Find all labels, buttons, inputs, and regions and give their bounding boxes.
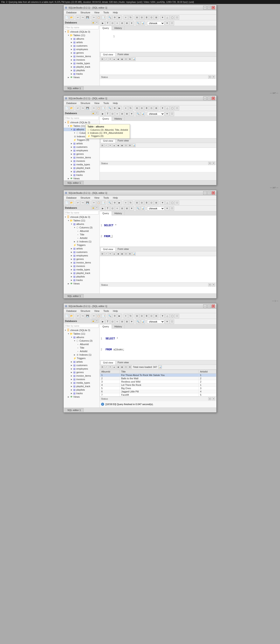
tree-customers-4[interactable]: ▶ ▤ customers [64,364,99,367]
db-panel-btn-lock-2[interactable]: 🔒 [92,112,95,115]
tree-albums-4[interactable]: ▼ ▤ albums [64,336,99,339]
tree-db-2[interactable]: ▼ 🗄 chinook (SQLite 3) [64,121,99,124]
tb-btn-7[interactable]: 🔍 [108,15,112,20]
minimize-btn-2[interactable]: ─ [203,96,207,100]
tree-col-title-3[interactable]: ▪ Title [64,233,99,236]
minimize-btn-1[interactable]: ─ [203,6,207,10]
window-controls-2[interactable]: ─ □ ✕ [203,96,215,100]
tree-playlist-track-3[interactable]: ▶ ▤ playlist_track [64,271,99,275]
menu-structure-3[interactable]: Structure [79,196,92,200]
table-row[interactable]: 7Facelift5 [100,393,216,396]
result-tab-grid-1[interactable]: Grid view [101,52,115,56]
menu-tools-3[interactable]: Tools [101,196,111,200]
db-selector-2[interactable]: chinook [147,112,165,116]
tb-btn-8[interactable]: ⚙ [112,15,117,20]
tab-history-1[interactable]: History [112,26,125,30]
et-clear-1[interactable]: ⊡ [110,21,115,26]
db-selector-3[interactable]: chinook [147,206,165,210]
sql-editor-3[interactable]: 1SELECT * 2FROM_ [100,216,216,247]
tree-item-views-1[interactable]: ▶ 👁 Views [64,76,99,79]
maximize-btn-3[interactable]: □ [207,191,211,195]
table-row[interactable]: 1For Those About To Rock We Salute You1 [100,373,216,377]
db-panel-btn-close[interactable]: ✕ [95,21,98,24]
tree-invoices-2[interactable]: ▶ ▤ invoices [64,159,99,163]
tree-item-playlist-track-1[interactable]: ▶ ▤ playlist_track [64,65,99,68]
tb-btn-16[interactable]: ⊠ [154,15,158,20]
tb-btn-3[interactable]: 💾 [85,15,90,20]
result-tab-grid-4[interactable]: Grid view [101,361,115,364]
tree-playlist-track-4[interactable]: ▶ ▤ playlist_track [64,384,99,388]
tb-btn-13[interactable]: ⊟ [140,15,144,20]
tree-tracks-3[interactable]: ▶ ▤ tracks [64,278,99,282]
close-btn-4[interactable]: ✕ [212,304,215,308]
table-row[interactable]: 6Jagged Little Pill4 [100,390,216,393]
tree-invoice-items-2[interactable]: ▶ ▤ invoice_items [64,156,99,159]
tree-col-artistid-3[interactable]: ▪ ArtistId [64,236,99,240]
result-tab-grid-3[interactable]: Grid view [101,247,115,251]
result-tab-form-2[interactable]: Form view [115,139,131,143]
tab-history-2[interactable]: History [112,117,125,121]
table-row[interactable]: 5Big Ones3 [100,386,216,390]
tb-btn-12[interactable]: ⊞ [135,15,139,20]
table-row[interactable]: 2Balls to the Wall2 [100,377,216,380]
result-tab-form-3[interactable]: Form view [115,247,131,251]
maximize-btn-2[interactable]: □ [207,96,211,100]
status-btn1-1[interactable]: ⊡ [208,76,211,78]
col-header-albumid[interactable]: AlbumId [100,370,120,373]
close-btn-1[interactable]: ✕ [212,6,215,10]
tree-media-types-4[interactable]: ▶ ▤ media_types [64,381,99,384]
tb-open-2[interactable]: 📂 [69,106,74,110]
menu-database-1[interactable]: Database [64,11,78,14]
table-row[interactable]: 4Let There Be Rock1 [100,383,216,386]
tree-cols-folder-4[interactable]: ▼ ⬡ Columns (3) [64,339,99,342]
tab-query-2[interactable]: Query [100,117,112,121]
et-btn5[interactable]: 🔍 [136,21,140,26]
bottom-tab-sql-3[interactable]: SQL editor 1 [64,294,84,298]
tree-item-customers-1[interactable]: ▶ ▤ customers [64,44,99,48]
tree-genres-4[interactable]: ▶ ▤ genres [64,370,99,374]
table-row[interactable]: 3Restless and Wild2 [100,380,216,383]
tab-history-3[interactable]: History [112,211,125,215]
tree-customers-2[interactable]: ▶ ▤ customers [64,145,99,149]
close-btn-2[interactable]: ✕ [212,96,215,100]
rt-btn6-1[interactable]: ◉ [120,57,124,61]
tb-btn-19[interactable]: ◯ [170,15,174,20]
rt-btn9-1[interactable]: 📊 [132,57,136,61]
db-selector-1[interactable]: chinook [147,21,165,25]
maximize-btn-1[interactable]: □ [207,6,211,10]
menu-view-2[interactable]: View [92,102,101,105]
tree-invoice-items-3[interactable]: ▶ ▤ invoice_items [64,261,99,264]
col-header-title[interactable]: Title [120,370,199,373]
window-controls-1[interactable]: ─ □ ✕ [203,6,215,10]
tb-btn-1[interactable]: ↩ [76,15,80,20]
menu-tools-2[interactable]: Tools [101,102,111,105]
tb-btn-17[interactable]: ▼ [160,15,165,20]
tree-artists-4[interactable]: ▶ ▤ artists [64,360,99,364]
menu-structure-4[interactable]: Structure [79,309,92,313]
tree-media-types-3[interactable]: ▶ ▤ media_types [64,268,99,271]
db-filter-2[interactable]: Filter by name [64,116,99,120]
tree-tracks-2[interactable]: ▶ ▤ tracks [64,173,99,177]
tree-col-albumid-3[interactable]: ▪ AlbumId [64,229,99,233]
tree-customers-3[interactable]: ▶ ▤ customers [64,250,99,254]
menu-structure-2[interactable]: Structure [79,102,92,105]
tb-btn-10[interactable]: ≡ [124,15,128,20]
tree-invoice-items-4[interactable]: ▶ ▤ invoice_items [64,374,99,378]
sql-editor-1[interactable]: 1 [100,30,216,52]
maximize-btn-4[interactable]: □ [207,304,211,308]
bottom-tab-sql-1[interactable]: SQL editor 1 [64,86,84,90]
tb-btn-4[interactable]: ✂ [92,15,96,20]
et-btn7[interactable]: ▼ [165,21,169,26]
minimize-btn-3[interactable]: ─ [203,191,207,195]
db-filter-3[interactable]: Filter by name [64,211,99,214]
menu-help-3[interactable]: Help [111,196,120,200]
tree-tables-4[interactable]: ▼ 📁 Tables (11) [64,332,99,336]
menu-tools-1[interactable]: Tools [101,11,111,14]
db-selector-4[interactable]: chinook [147,320,165,324]
tree-item-genres-1[interactable]: ▶ ▤ genres [64,51,99,54]
tree-item-artists-1[interactable]: ▶ ▤ artists [64,40,99,44]
tree-playlist-track-2[interactable]: ▶ ▤ playlist_track [64,166,99,170]
result-tab-form-1[interactable]: Form view [115,52,131,56]
menu-database-3[interactable]: Database [64,196,78,200]
tab-query-1[interactable]: Query [100,26,112,30]
